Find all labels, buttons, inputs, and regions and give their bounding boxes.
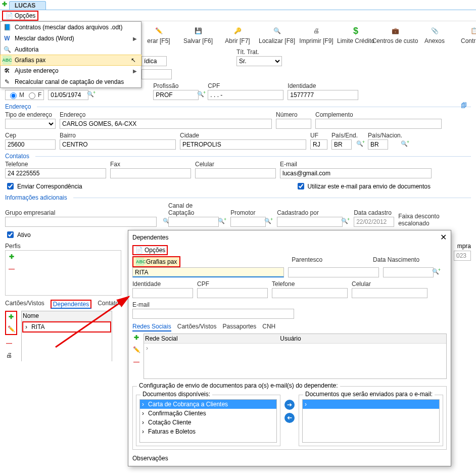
- alterar-button[interactable]: ✏️erar [F5]: [147, 25, 171, 44]
- rs-empty-row[interactable]: [144, 344, 446, 346]
- lookup-icon[interactable]: 🔍+: [264, 218, 274, 224]
- data-nasc-field[interactable]: [48, 90, 88, 100]
- bairro-field[interactable]: [60, 139, 176, 150]
- mi-contratos-odt[interactable]: 📘Contratos (mesclar dados arquivos .odt): [1, 22, 141, 33]
- lookup-icon[interactable]: 🔍+: [197, 91, 207, 98]
- pais-end-field[interactable]: [331, 139, 352, 150]
- celular-label: Celular: [195, 161, 276, 168]
- sexo-f-radio[interactable]: F: [26, 91, 41, 99]
- cpf-field[interactable]: [208, 90, 283, 100]
- grupo-label: Grupo empresarial: [5, 209, 164, 216]
- email-field[interactable]: [280, 168, 432, 178]
- abc-check-icon: ABC: [3, 56, 12, 65]
- abrir-button[interactable]: 🔑Abrir [F7]: [225, 25, 250, 44]
- imprimir-button[interactable]: 🖨Imprimir [F9]: [304, 25, 328, 44]
- centros-custo-button[interactable]: 💼Centros de custo: [383, 25, 407, 44]
- uf-field[interactable]: [310, 139, 327, 150]
- mi-ajuste-endereco[interactable]: 🛠Ajuste endereço▶: [1, 65, 141, 76]
- enviar-corresp-check[interactable]: Enviar Correspondência: [5, 181, 82, 191]
- remove-dep-button[interactable]: —: [5, 339, 13, 347]
- ativo-check[interactable]: Ativo: [5, 230, 31, 240]
- edit-rs-button[interactable]: ✏️: [132, 346, 140, 354]
- print-dep-button[interactable]: 🖨: [5, 351, 13, 359]
- promotor-field[interactable]: [230, 217, 266, 227]
- lookup-icon[interactable]: 🔍+: [356, 140, 366, 147]
- lookup-icon[interactable]: 🔍+: [401, 140, 410, 147]
- printer-icon: 🖨: [311, 25, 322, 36]
- identidade-field[interactable]: [288, 90, 358, 100]
- profissao-field[interactable]: [153, 90, 199, 100]
- salvar-button[interactable]: 💾Salvar [F6]: [186, 25, 210, 44]
- modal-email-field[interactable]: [132, 309, 294, 319]
- numero-field[interactable]: [276, 119, 311, 129]
- canal-label: Canal de Captação: [168, 202, 219, 216]
- tipo-endereco-select[interactable]: [5, 119, 56, 129]
- tab-lucas[interactable]: LUCAS: [9, 1, 46, 10]
- tit-trat-label: Tít. Trat.: [236, 49, 282, 56]
- localizar-button[interactable]: 🔍Localizar [F8]: [265, 25, 289, 44]
- tab-dependentes[interactable]: Dependentes: [51, 300, 91, 309]
- limite-credito-button[interactable]: $Limite Crédito: [344, 25, 368, 44]
- cadpor-field[interactable]: [277, 217, 343, 227]
- modal-grafias-item[interactable]: ABC Grafias pax: [132, 256, 180, 267]
- tipo-suffix-field[interactable]: [141, 56, 167, 66]
- modal-datanasc-field[interactable]: [383, 267, 434, 277]
- lookup-icon[interactable]: 🔍+: [218, 218, 227, 224]
- numero-label: Número: [276, 111, 311, 118]
- modal-options-button[interactable]: 📄 Opções: [132, 245, 168, 255]
- mi-recalcular[interactable]: ✎Recalcular canal de captação de vendas: [1, 76, 141, 87]
- remove-perfil-button[interactable]: —: [8, 265, 16, 273]
- remove-rs-button[interactable]: —: [132, 358, 140, 361]
- mi-grafias-pax[interactable]: ABCGrafias pax↖: [0, 55, 141, 66]
- lookup-icon[interactable]: 🔍+: [432, 268, 442, 275]
- modal-parentesco-field[interactable]: [288, 267, 379, 277]
- modal-tel-field[interactable]: [272, 288, 348, 298]
- fax-field[interactable]: [110, 168, 191, 178]
- tab-cnh[interactable]: CNH: [262, 323, 275, 331]
- dep-row-rita[interactable]: RITA: [22, 321, 111, 332]
- modal-cel-field[interactable]: [352, 288, 427, 298]
- copy-icon[interactable]: 🗐: [461, 102, 467, 109]
- datacad-label: Data cadastro: [354, 209, 394, 216]
- edit-dep-button[interactable]: ✏️: [7, 325, 15, 333]
- nome-extra-field[interactable]: [141, 69, 172, 79]
- tab-modal-cartoes[interactable]: Cartões/Vistos: [177, 323, 217, 331]
- pais-nac-field[interactable]: [368, 139, 388, 150]
- contratos-button[interactable]: 📋Contratos: [462, 25, 476, 44]
- submenu-caret-icon: ▶: [133, 36, 137, 41]
- modal-nome-field[interactable]: [132, 267, 284, 277]
- tab-contatos[interactable]: Contatos: [98, 300, 122, 309]
- cep-field[interactable]: [5, 139, 56, 150]
- faixa-label: Faixa desconto escalonado: [398, 213, 471, 227]
- lookup-icon[interactable]: 🔍+: [341, 218, 351, 224]
- add-tab-button[interactable]: ✚: [0, 1, 9, 10]
- add-rs-button[interactable]: ✚: [132, 334, 140, 342]
- add-dep-button[interactable]: ✚: [7, 313, 15, 321]
- celular-field[interactable]: [195, 168, 276, 178]
- cidade-field[interactable]: [180, 139, 306, 150]
- endereco-field[interactable]: [60, 119, 272, 129]
- rs-header-rede: Rede Social: [145, 335, 280, 342]
- canal-field[interactable]: [168, 217, 219, 227]
- modal-identidade-field[interactable]: [132, 288, 193, 298]
- mi-auditoria[interactable]: 🔍Auditoria: [1, 44, 141, 55]
- sexo-m-radio[interactable]: M: [8, 91, 24, 99]
- tit-trat-select[interactable]: Sr.: [236, 56, 282, 66]
- lookup-icon[interactable]: 🔍+: [87, 91, 97, 98]
- add-perfil-button[interactable]: ✚: [8, 253, 16, 261]
- tab-cartoes[interactable]: Cartões/Vistos: [5, 300, 44, 309]
- menu-strip: 📄 Opções: [0, 10, 476, 21]
- close-icon[interactable]: ✕: [440, 232, 447, 242]
- mi-mesclar-word[interactable]: WMesclar dados (Word)▶: [1, 33, 141, 44]
- anexos-button[interactable]: 📎Anexos: [422, 25, 447, 44]
- tab-passaportes[interactable]: Passaportes: [223, 323, 257, 331]
- telefone-field[interactable]: [5, 168, 106, 178]
- section-endereco: Endereço: [5, 103, 471, 110]
- options-menu-button[interactable]: 📄 Opções: [2, 11, 38, 21]
- tab-redes[interactable]: Redes Sociais: [132, 323, 171, 331]
- options-label: Opções: [15, 12, 35, 19]
- grupo-field[interactable]: [5, 217, 157, 227]
- modal-cpf-field[interactable]: [197, 288, 268, 298]
- complemento-field[interactable]: [315, 119, 442, 129]
- utilizar-email-check[interactable]: Utilizar este e-mail para envio de docum…: [296, 181, 431, 191]
